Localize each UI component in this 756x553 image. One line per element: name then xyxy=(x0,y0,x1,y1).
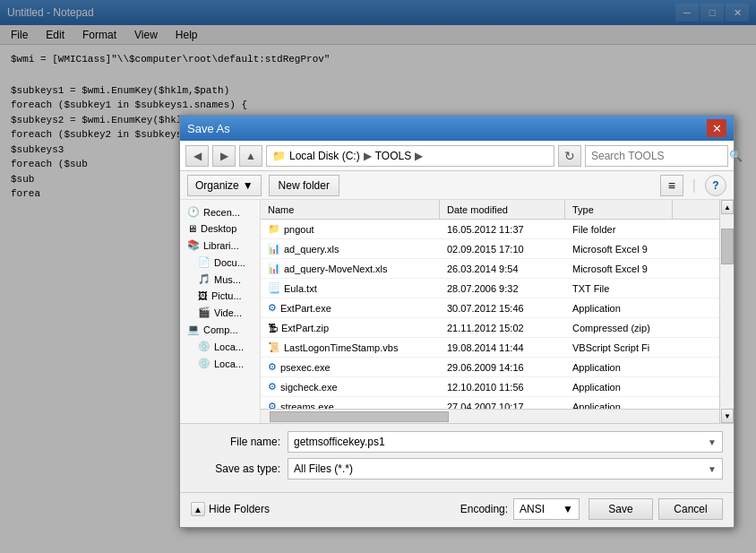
encoding-select[interactable]: ANSI ▼ xyxy=(513,498,580,520)
file-date-adquery: 02.09.2015 17:10 xyxy=(440,244,565,255)
path-segment-tools: TOOLS xyxy=(375,150,411,162)
save-button[interactable]: Save xyxy=(588,498,653,520)
nav-music[interactable]: 🎵 Mus... xyxy=(180,271,260,288)
file-list: 📁 pngout 16.05.2012 11:37 File folder 📊 … xyxy=(261,220,719,409)
search-box[interactable]: 🔍 xyxy=(585,145,728,167)
address-bar: ◀ ▶ ▲ 📁 Local Disk (C:) ▶ TOOLS ▶ ↻ 🔍 xyxy=(180,141,734,171)
file-row[interactable]: ⚙ psexec.exe 29.06.2009 14:16 Applicatio… xyxy=(261,358,719,377)
filename-label: File name: xyxy=(191,436,280,448)
horizontal-scrollbar[interactable] xyxy=(261,409,719,423)
dialog-footer: ▲ Hide Folders Encoding: ANSI ▼ Save Can… xyxy=(180,492,734,527)
forward-button[interactable]: ▶ xyxy=(212,145,236,167)
cancel-button[interactable]: Cancel xyxy=(658,498,723,520)
nav-local-d-label: Loca... xyxy=(214,359,244,369)
disk-c-icon: 💿 xyxy=(198,341,210,352)
bottom-form: File name: ▼ Save as type: All Files (*.… xyxy=(180,424,734,492)
encoding-row: Encoding: ANSI ▼ xyxy=(460,498,580,520)
nav-videos-label: Vide... xyxy=(214,307,242,318)
scroll-thumb[interactable] xyxy=(721,229,734,264)
nav-documents[interactable]: 📄 Docu... xyxy=(180,254,260,271)
file-date-psexec: 29.06.2009 14:16 xyxy=(440,362,565,373)
file-row[interactable]: ⚙ streams.exe 27.04.2007 10:17 Applicati… xyxy=(261,397,719,409)
nav-videos[interactable]: 🎬 Vide... xyxy=(180,304,260,321)
organize-dropdown-icon: ▼ xyxy=(243,179,253,192)
col-header-name[interactable]: Name xyxy=(261,200,440,219)
nav-recent[interactable]: 🕐 Recen... xyxy=(180,203,260,220)
file-row[interactable]: 📁 pngout 16.05.2012 11:37 File folder xyxy=(261,220,719,239)
encoding-label: Encoding: xyxy=(460,503,508,515)
savetype-value: All Files (*.*) xyxy=(294,462,353,475)
scroll-up-button[interactable]: ▲ xyxy=(721,200,734,214)
h-scroll-thumb[interactable] xyxy=(270,411,449,422)
file-name-extpartzip: 🗜 ExtPart.zip xyxy=(261,323,440,333)
filename-row: File name: ▼ xyxy=(191,431,723,453)
file-name-eula: 📃 Eula.txt xyxy=(261,282,440,294)
savetype-select[interactable]: All Files (*.*) ▼ xyxy=(288,458,723,480)
refresh-button[interactable]: ↻ xyxy=(558,145,581,167)
file-date-sigcheck: 12.10.2010 11:56 xyxy=(440,382,565,393)
file-row[interactable]: 📃 Eula.txt 28.07.2006 9:32 TXT File xyxy=(261,279,719,298)
view-button[interactable]: ≡ xyxy=(660,175,683,196)
file-row[interactable]: 📜 LastLogonTimeStamp.vbs 19.08.2014 11:4… xyxy=(261,338,719,358)
nav-local-c[interactable]: 💿 Loca... xyxy=(180,338,260,355)
toolbar-divider: | xyxy=(692,177,696,194)
file-type-pngout: File folder xyxy=(565,224,673,235)
up-button[interactable]: ▲ xyxy=(239,145,262,167)
encoding-dropdown-icon[interactable]: ▼ xyxy=(563,503,573,515)
nav-libraries[interactable]: 📚 Librari... xyxy=(180,237,260,254)
nav-libraries-label: Librari... xyxy=(203,240,239,251)
file-type-eula: TXT File xyxy=(565,283,673,294)
main-area: 🕐 Recen... 🖥 Desktop 📚 Librari... 📄 Docu… xyxy=(180,200,734,424)
file-name-psexec: ⚙ psexec.exe xyxy=(261,361,440,373)
file-type-streams: Application xyxy=(565,402,673,410)
search-input[interactable] xyxy=(591,150,726,162)
zip-icon: 🗜 xyxy=(268,323,278,333)
file-name-pngout: 📁 pngout xyxy=(261,223,440,235)
nav-local-d[interactable]: 💿 Loca... xyxy=(180,355,260,372)
vertical-scrollbar[interactable]: ▲ ▼ xyxy=(719,200,734,423)
filename-input-wrapper[interactable]: ▼ xyxy=(288,431,723,453)
nav-computer-label: Comp... xyxy=(203,324,238,335)
file-type-adquery: Microsoft Excel 9 xyxy=(565,244,673,255)
savetype-dropdown-icon[interactable]: ▼ xyxy=(708,464,717,474)
nav-computer[interactable]: 💻 Comp... xyxy=(180,321,260,338)
path-arrow-2: ▶ xyxy=(415,150,423,162)
back-button[interactable]: ◀ xyxy=(185,145,209,167)
help-button[interactable]: ? xyxy=(705,175,726,196)
file-name-sigcheck: ⚙ sigcheck.exe xyxy=(261,381,440,393)
new-folder-button[interactable]: New folder xyxy=(269,175,339,196)
scroll-down-button[interactable]: ▼ xyxy=(721,409,734,423)
col-header-date[interactable]: Date modified xyxy=(440,200,565,219)
organize-button[interactable]: Organize ▼ xyxy=(187,175,262,196)
file-type-psexec: Application xyxy=(565,362,673,373)
hide-folders-arrow-icon: ▲ xyxy=(191,502,205,516)
folder-icon-pngout: 📁 xyxy=(268,223,280,235)
col-header-type[interactable]: Type xyxy=(565,200,673,219)
nav-recent-label: Recen... xyxy=(203,207,240,218)
h-scroll-track[interactable] xyxy=(261,410,719,423)
file-type-sigcheck: Application xyxy=(565,382,673,393)
encoding-value: ANSI xyxy=(520,503,545,515)
file-name-streams: ⚙ streams.exe xyxy=(261,401,440,409)
file-row[interactable]: ⚙ ExtPart.exe 30.07.2012 15:46 Applicati… xyxy=(261,298,719,318)
videos-icon: 🎬 xyxy=(198,307,210,318)
hide-folders-button[interactable]: ▲ Hide Folders xyxy=(191,502,270,516)
documents-icon: 📄 xyxy=(198,256,210,268)
file-row[interactable]: 🗜 ExtPart.zip 21.11.2012 15:02 Compresse… xyxy=(261,318,719,338)
file-row[interactable]: ⚙ sigcheck.exe 12.10.2010 11:56 Applicat… xyxy=(261,377,719,397)
dialog-close-button[interactable]: ✕ xyxy=(707,119,726,137)
file-row[interactable]: 📊 ad_query-MoveNext.xls 26.03.2014 9:54 … xyxy=(261,259,719,279)
address-path[interactable]: 📁 Local Disk (C:) ▶ TOOLS ▶ xyxy=(266,145,554,167)
libraries-icon: 📚 xyxy=(187,239,200,251)
nav-desktop[interactable]: 🖥 Desktop xyxy=(180,220,260,237)
filename-dropdown-icon[interactable]: ▼ xyxy=(708,437,717,447)
nav-pictures[interactable]: 🖼 Pictu... xyxy=(180,288,260,304)
file-date-extpartzip: 21.11.2012 15:02 xyxy=(440,323,565,333)
filename-input[interactable] xyxy=(294,436,708,448)
file-date-extpart: 30.07.2012 15:46 xyxy=(440,303,565,314)
recent-icon: 🕐 xyxy=(187,206,200,218)
file-row[interactable]: 📊 ad_query.xls 02.09.2015 17:10 Microsof… xyxy=(261,239,719,259)
save-as-dialog: Save As ✕ ◀ ▶ ▲ 📁 Local Disk (C:) ▶ TOOL… xyxy=(179,115,735,528)
search-icon: 🔍 xyxy=(729,150,743,162)
nav-desktop-label: Desktop xyxy=(201,223,236,234)
